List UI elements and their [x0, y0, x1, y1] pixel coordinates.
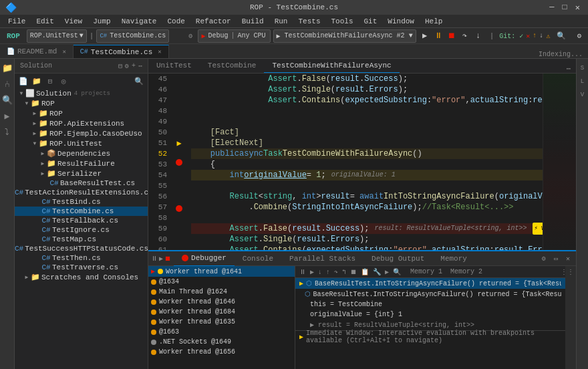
- project-dropdown[interactable]: ROP.UnitTest ▼: [27, 29, 87, 43]
- thread-1649[interactable]: .NET Sockets @1649: [148, 337, 295, 347]
- menu-jump[interactable]: Jump: [88, 16, 116, 27]
- bottom-tab-output[interactable]: Debug Output: [363, 251, 432, 266]
- stop-icon[interactable]: ⏹: [164, 255, 171, 263]
- sidebar-add-icon[interactable]: +: [132, 62, 136, 70]
- memory-1[interactable]: Memory 1: [408, 268, 445, 275]
- tab-testcombine[interactable]: C# TestCombine.cs ✕: [74, 45, 169, 58]
- menu-tools[interactable]: Tools: [326, 16, 359, 27]
- pause-icon[interactable]: ⏸: [151, 255, 158, 263]
- maximize-icon[interactable]: □: [560, 3, 570, 13]
- tree-item-testthen[interactable]: C# TestThen.cs: [15, 253, 148, 263]
- call-item-1[interactable]: ▶ ⬡ BaseResultTest.IntToStringAsyncFailu…: [295, 278, 565, 289]
- bottom-tab-debugger[interactable]: Debugger: [174, 251, 235, 266]
- thread-1656[interactable]: Worker thread @1656: [148, 347, 295, 357]
- tree-item-result-failure[interactable]: ▶ 📁 ResultFailure: [15, 158, 148, 168]
- right-icon-2[interactable]: L: [576, 75, 589, 88]
- tab-readme[interactable]: 📄 README.md ✕: [0, 45, 74, 58]
- tree-item-testhttp[interactable]: C# TestSuccessHTTPStatusCode.cs: [15, 244, 148, 253]
- thread-1624[interactable]: Main Thread @1624: [148, 287, 295, 297]
- thread-1684[interactable]: Worker thread @1684: [148, 307, 295, 317]
- sidebar-collapse-icon[interactable]: ⊟: [118, 62, 122, 70]
- sidebar-search[interactable]: 🔍: [133, 75, 145, 87]
- bottom-tab-console[interactable]: Console: [235, 251, 281, 266]
- editor-options-icon[interactable]: ⋯: [561, 64, 576, 73]
- sidebar-more-icon[interactable]: ⋯: [138, 62, 142, 70]
- sidebar-new-folder[interactable]: 📁: [31, 75, 43, 87]
- memory-2[interactable]: Memory 2: [448, 268, 485, 275]
- editor-tab-testcombine[interactable]: TestCombine: [200, 59, 265, 73]
- menu-view[interactable]: View: [59, 16, 88, 27]
- panel-restore-icon[interactable]: ▭: [551, 253, 561, 264]
- menu-code[interactable]: Code: [162, 16, 190, 27]
- tree-item-testaction[interactable]: C# TestActionResultExtensions.cs: [15, 188, 148, 197]
- call-item-2[interactable]: ⬡ BaseResultTest.IntToStringAsyncFailure…: [295, 289, 565, 299]
- activity-search[interactable]: 🔍: [1, 94, 14, 107]
- panel-close-icon[interactable]: ✕: [563, 253, 573, 264]
- tree-item-testmap[interactable]: C# TestMap.cs: [15, 235, 148, 244]
- search-btn[interactable]: 🔍: [553, 29, 570, 43]
- tree-item-rop-ejemplo[interactable]: ▶ 📁 ROP.Ejemplo.CasoDeUso: [15, 128, 148, 138]
- menu-tests[interactable]: Tests: [293, 16, 325, 27]
- cs-icons[interactable]: ⏸ ▶ ↓ ↑ ↷ ↰ ⏹ 📋 🔧 ▶ 🔍: [295, 268, 405, 276]
- tree-item-serializer[interactable]: ▶ 📁 Serializer: [15, 168, 148, 178]
- tree-item-testfallback[interactable]: C# TestFallback.cs: [15, 216, 148, 225]
- tree-item-testignore[interactable]: C# TestIgnore.cs: [15, 225, 148, 235]
- call-item-orig[interactable]: originalValue = {int} 1: [295, 310, 565, 320]
- code-lines[interactable]: Assert.False(result.Success); Assert.Sin…: [186, 74, 543, 250]
- bottom-tab-parallel[interactable]: Parallel Stacks: [281, 251, 363, 266]
- panel-settings-icon[interactable]: ⚙: [539, 253, 549, 264]
- right-icon-3[interactable]: V: [576, 88, 589, 102]
- close-icon[interactable]: ✕: [573, 3, 583, 13]
- thread-1641[interactable]: ▶ Worker thread @1641: [148, 266, 295, 277]
- pause-btn[interactable]: ⏸: [432, 30, 444, 42]
- bottom-tab-memory[interactable]: Memory: [432, 251, 475, 266]
- tree-item-testtraverse[interactable]: C# TestTraverse.cs: [15, 263, 148, 272]
- run-config-dropdown[interactable]: ▶ TestCombineWithFailureAsync #2 ▼: [273, 29, 416, 43]
- menu-run[interactable]: Run: [269, 16, 293, 27]
- call-item-this[interactable]: this = TestCombine: [295, 299, 565, 310]
- tree-item-testbind[interactable]: C# TestBind.cs: [15, 197, 148, 207]
- menu-window[interactable]: Window: [382, 16, 420, 27]
- settings-btn[interactable]: ⚙: [573, 29, 585, 43]
- thread-1646[interactable]: Worker thread @1646: [148, 297, 295, 307]
- step-over-btn[interactable]: ↷: [459, 30, 471, 42]
- tree-item-rop-unittest[interactable]: ▼ 📁 ROP.UnitTest: [15, 138, 148, 148]
- file-dropdown[interactable]: C# TestCombine.cs: [96, 29, 169, 43]
- menu-git[interactable]: Git: [359, 16, 383, 27]
- tree-item-testcombine[interactable]: C# TestCombine.cs: [15, 207, 148, 216]
- tree-item-rop-api[interactable]: ▶ 📁 ROP.ApiExtensions: [15, 118, 148, 128]
- minimize-icon[interactable]: ─: [547, 3, 557, 13]
- editor-tab-unittest[interactable]: UnitTest: [148, 59, 200, 73]
- thread-1663[interactable]: @1663: [148, 327, 295, 337]
- menu-edit[interactable]: Edit: [31, 16, 59, 27]
- play-btn[interactable]: ▶: [419, 30, 431, 42]
- testcombine-tab-close[interactable]: ✕: [158, 48, 161, 55]
- tree-item-scratches[interactable]: ▶ 📁 Scratches and Consoles: [15, 272, 148, 282]
- sidebar-new-file[interactable]: 📄: [17, 75, 29, 87]
- tree-item-dependencies[interactable]: ▶ 📦 Dependencies: [15, 148, 148, 158]
- panel-tool-1[interactable]: ⋮⋮⋮: [566, 267, 575, 277]
- debug-dropdown[interactable]: ▶ Debug | Any CPU: [198, 29, 270, 43]
- menu-build[interactable]: Build: [237, 16, 269, 27]
- tree-item-rop-group[interactable]: ▼ 📁 ROP: [15, 98, 148, 108]
- thread-1634[interactable]: @1634: [148, 277, 295, 287]
- readme-tab-close[interactable]: ✕: [62, 48, 65, 55]
- tree-item-baseresult[interactable]: C# BaseResultTest.cs: [15, 178, 148, 188]
- immediate-window-bar[interactable]: ▶ Immediate Window: Interactive evaluati…: [295, 330, 565, 342]
- menu-file[interactable]: File: [3, 16, 31, 27]
- menu-help[interactable]: Help: [420, 16, 448, 27]
- activity-run[interactable]: ▶: [1, 110, 14, 123]
- activity-git[interactable]: ⑃: [1, 78, 14, 91]
- stop-btn[interactable]: ⏹: [446, 30, 458, 42]
- menu-refactor[interactable]: Refactor: [190, 16, 237, 27]
- tree-item-solution[interactable]: ▼ ⬜ Solution 4 projects: [15, 88, 148, 98]
- tree-item-rop[interactable]: ▶ 📁 ROP: [15, 108, 148, 118]
- activity-pullreq[interactable]: ⤵: [1, 126, 14, 139]
- sidebar-collapse-all[interactable]: ⊟: [44, 75, 56, 87]
- activity-explorer[interactable]: 📁: [1, 62, 14, 75]
- right-icon-1[interactable]: S: [576, 62, 589, 75]
- step-into-btn[interactable]: ↓: [472, 30, 484, 42]
- sidebar-locate[interactable]: ◎: [57, 75, 69, 87]
- menu-navigate[interactable]: Navigate: [116, 16, 162, 27]
- thread-1635[interactable]: Worker thread @1635: [148, 317, 295, 327]
